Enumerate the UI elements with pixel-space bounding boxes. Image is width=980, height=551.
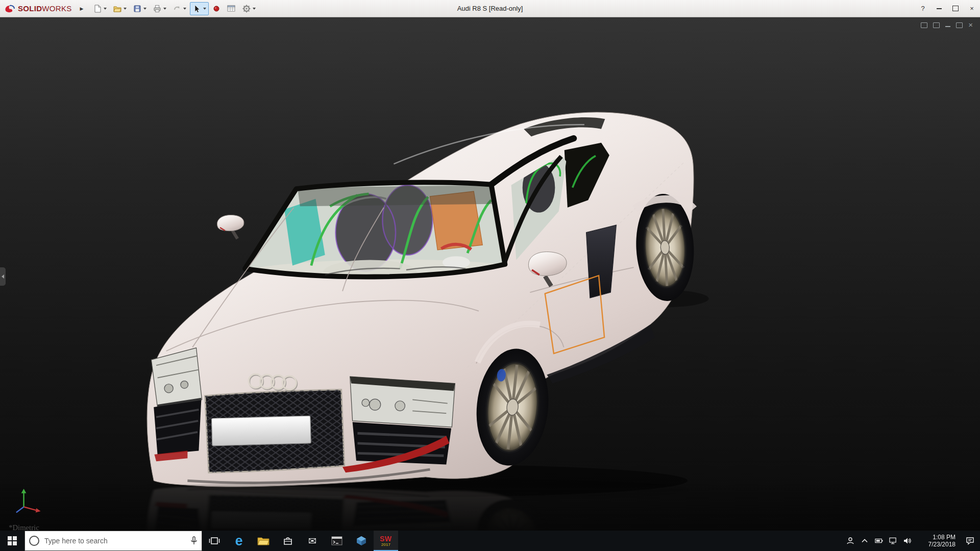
new-document-button[interactable] [90,2,109,15]
mail-icon: ✉ [308,536,316,546]
cortana-icon[interactable] [29,536,39,546]
chevron-left-icon [2,274,4,279]
file-explorer-button[interactable] [251,531,276,551]
document-title: Audi R8 S [Read-only] [457,5,523,12]
dropdown-arrow-icon[interactable] [183,8,186,10]
task-view-button[interactable] [202,531,227,551]
app-titlebar: SOLIDWORKS ▶ [0,0,980,17]
brand-text: SOLIDWORKS [18,4,72,13]
options-gear-icon [242,4,251,13]
select-arrow-icon [192,4,202,13]
minimize-button[interactable] [931,0,947,17]
start-icon [8,536,17,545]
save-icon [133,4,142,13]
feature-manager-collapse-tab[interactable] [0,267,6,286]
model-canvas[interactable]: *Dimetric [0,17,980,531]
restore-icon [956,22,963,28]
action-center-button[interactable] [960,531,980,551]
brand-text-bold: SOLID [18,4,42,13]
new-document-icon [93,4,102,13]
mail-button[interactable]: ✉ [300,531,325,551]
undo-icon [173,4,182,13]
graphics-area[interactable]: *Dimetric × [0,17,980,531]
minimize-icon [945,26,950,27]
start-button[interactable] [0,531,24,551]
network-icon [889,537,897,544]
close-icon: × [968,22,973,28]
edge-button[interactable]: e [227,531,251,551]
store-button[interactable] [276,531,300,551]
search-input[interactable] [43,536,186,545]
print-button[interactable] [150,2,169,15]
cad-viewer-button[interactable] [349,531,374,551]
cad-viewer-icon [356,536,366,546]
edge-icon: e [235,534,242,548]
file-explorer-icon [257,536,270,546]
action-center-icon [966,537,974,545]
screen: { "app": { "brand_bold": "SOLID", "brand… [0,0,980,551]
task-view-icon [209,536,220,545]
minimize-icon [937,8,942,9]
taskbar-clock[interactable]: 1:08 PM 7/23/2018 [915,533,960,548]
battery-button[interactable] [872,531,886,551]
volume-icon [903,537,912,544]
document-window-controls: × [921,21,973,29]
clock-time: 1:08 PM [933,534,955,541]
new-window-icon [921,22,927,28]
people-icon [846,537,854,545]
solidworks-icon: SW 2017 [380,535,392,547]
cascade-window-button[interactable] [933,21,940,29]
toolbar-flyout-button[interactable]: ▶ [76,2,88,15]
chevron-up-icon [862,539,868,543]
record-macro-icon [212,5,220,13]
dropdown-arrow-icon[interactable] [124,8,127,10]
doc-minimize-button[interactable] [945,21,950,29]
brand-text-light: WORKS [42,4,71,13]
open-button[interactable] [110,2,129,15]
volume-button[interactable] [900,531,915,551]
car-model [147,112,709,497]
dropdown-arrow-icon[interactable] [203,8,206,10]
help-button[interactable]: ? [915,0,931,17]
orientation-label: *Dimetric [9,523,39,531]
close-button[interactable]: × [964,0,980,17]
tray-overflow-button[interactable] [857,531,872,551]
quick-access-toolbar [90,2,258,15]
save-button[interactable] [130,2,149,15]
select-tool-button[interactable] [190,2,209,15]
open-icon [113,4,122,13]
record-macro-button[interactable] [210,2,223,15]
design-table-button[interactable] [224,2,238,15]
doc-close-button[interactable]: × [968,21,973,29]
mic-icon[interactable] [190,536,198,545]
cascade-window-icon [933,22,940,28]
undo-button[interactable] [170,2,189,15]
console-icon [331,536,342,545]
window-controls: ? × [915,0,980,17]
solidworks-icon-text: SW [380,535,392,542]
clock-date: 7/23/2018 [928,541,955,548]
maximize-button[interactable] [947,0,964,17]
solidworks-taskbar-button[interactable]: SW 2017 [374,531,398,551]
options-button[interactable] [239,2,258,15]
dropdown-arrow-icon[interactable] [104,8,107,10]
doc-restore-button[interactable] [956,21,963,29]
solidworks-icon-year: 2017 [381,543,390,547]
people-button[interactable] [843,531,857,551]
windows-taskbar: e ✉ SW 2017 [0,531,980,551]
console-button[interactable] [325,531,349,551]
store-icon [283,536,293,546]
design-table-icon [227,4,236,13]
solidworks-logo: SOLIDWORKS [0,4,76,13]
3ds-logo-icon [4,4,15,13]
taskbar-search[interactable] [24,531,202,551]
new-window-button[interactable] [921,21,927,29]
dropdown-arrow-icon[interactable] [253,8,256,10]
battery-icon [875,538,883,544]
network-button[interactable] [886,531,900,551]
print-icon [153,4,162,13]
system-tray: 1:08 PM 7/23/2018 [843,531,980,551]
maximize-icon [952,6,959,11]
dropdown-arrow-icon[interactable] [143,8,146,10]
dropdown-arrow-icon[interactable] [163,8,166,10]
